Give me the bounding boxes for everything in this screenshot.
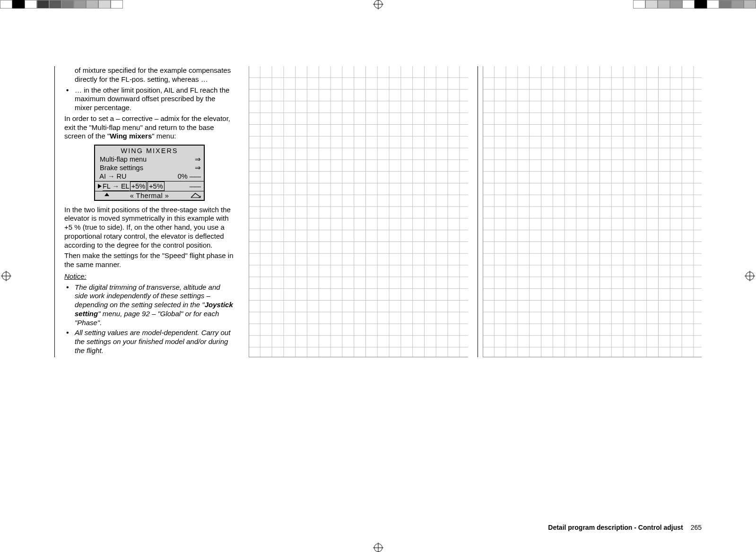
reg-mark-bottom <box>373 543 383 552</box>
intro-para-2: In order to set a – corrective – admix f… <box>64 114 235 141</box>
lcd-sel-v1: +5% <box>130 181 147 191</box>
page-body: of mixture specified for the example com… <box>0 19 756 533</box>
lcd-row-fl-el: FL → EL +5% +5% ––– <box>95 181 204 191</box>
lcd-phase-name: « Thermal » <box>95 191 204 200</box>
notice-list: The digital trimming of transverse, alti… <box>64 283 235 355</box>
color-swatches-right <box>633 0 756 9</box>
text-column: of mixture specified for the example com… <box>64 66 235 357</box>
after-p2: Then make the settings for the "Speed" f… <box>64 251 235 269</box>
lcd-row-brake: Brake settings ⇒ <box>95 164 204 172</box>
lcd-sel-v2: +5% <box>148 181 164 191</box>
lcd-row-ai-ru: AI → RU 0% ––– <box>95 172 204 181</box>
color-swatches-left <box>0 0 123 9</box>
grid-pane-2 <box>478 66 702 357</box>
intro-bullets: … in the other limit position, AIL and F… <box>64 86 235 112</box>
after-p1: In the two limit positions of the three-… <box>64 206 235 250</box>
footer-title: Detail program description - Control adj… <box>548 524 683 531</box>
notice-item-2: All setting values are model-dependent. … <box>64 328 235 355</box>
intro-continuation: of mixture specified for the example com… <box>64 66 235 84</box>
grid-pane-1 <box>249 66 468 357</box>
lcd-row-pointer-icon <box>98 184 102 189</box>
notice-item-1: The digital trimming of transverse, alti… <box>64 283 235 328</box>
reg-mark-top <box>373 0 383 9</box>
page-footer: Detail program description - Control adj… <box>548 524 702 531</box>
notice-heading: Notice: <box>64 272 235 281</box>
footer-page-number: 265 <box>691 524 702 531</box>
grid-panes <box>249 66 702 357</box>
lcd-wing-mixers: WING MIXERS Multi-flap menu ⇒ Brake sett… <box>94 145 205 201</box>
lcd-row-multiflap: Multi-flap menu ⇒ <box>95 155 204 164</box>
lcd-statusbar: « Thermal » <box>95 191 204 200</box>
lcd-title: WING MIXERS <box>95 147 204 155</box>
curve-icon <box>191 192 201 198</box>
intro-bullet-1: … in the other limit position, AIL and F… <box>64 86 235 112</box>
